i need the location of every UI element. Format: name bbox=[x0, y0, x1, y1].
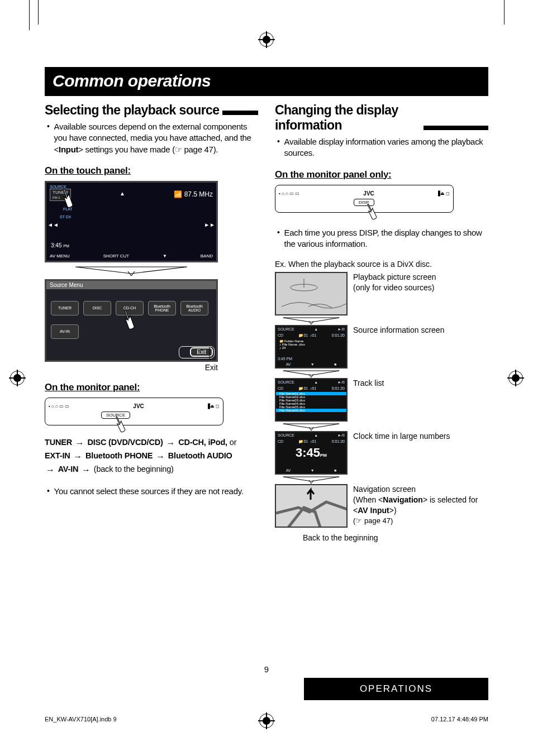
crop-tick bbox=[29, 0, 30, 30]
figure-source-menu: Source Menu TUNER DISC CD-CH Bluetooth P… bbox=[45, 279, 218, 362]
transition-arrows bbox=[45, 266, 218, 276]
transition-arrows bbox=[275, 423, 348, 430]
display-item-playback-picture: Playback picture screen (only for video … bbox=[275, 272, 488, 315]
figure-monitor-panel-source: • ⌂ ⌂ ▭ ▭ JVC ⏏ ◻ SOURCE bbox=[45, 398, 223, 425]
source-cycle: TUNER → DISC (DVD/VCD/CD) → CD-CH, iPod,… bbox=[45, 436, 258, 476]
section-heading-display: Changing the display information bbox=[275, 103, 488, 133]
example-note: Ex. When the playback source is a DivX d… bbox=[275, 260, 488, 269]
transition-arrows bbox=[275, 476, 348, 484]
figure-monitor-panel-disp: • ⌂ ⌂ ▭ ▭ JVC ⏏ ◻ DISP bbox=[275, 185, 454, 213]
bullet-display-varies: • Available display information varies a… bbox=[277, 136, 488, 159]
print-timestamp: 07.12.17 4:48:49 PM bbox=[431, 716, 488, 722]
bullet-cannot-select: • You cannot select these sources if the… bbox=[47, 486, 258, 497]
registration-mark-top bbox=[259, 32, 274, 47]
print-file: EN_KW-AVX710[A].indb 9 bbox=[45, 716, 117, 722]
thumb-navigation bbox=[275, 484, 348, 528]
thumb-playback bbox=[275, 272, 348, 315]
registration-mark-right bbox=[508, 371, 523, 385]
thumb-source-info: SOURCE▲►/II CD📁01 ♪010:01:20 📁 Folder Na… bbox=[275, 325, 348, 369]
display-item-navigation: Navigation screen (When <Navigation> is … bbox=[275, 484, 488, 528]
back-to-beginning: Back to the beginning bbox=[303, 533, 488, 542]
display-item-track-list: SOURCE▲►/II CD📁01 ♪010:01:20 File Name01… bbox=[275, 378, 488, 422]
heading-rule bbox=[222, 111, 258, 115]
transition-arrows bbox=[275, 370, 348, 377]
thumb-clock: SOURCE▲►/II CD📁01 ♪010:01:20 3:45PM AV▼■ bbox=[275, 431, 348, 475]
callout-line bbox=[193, 344, 215, 361]
bullet-disp-press: • Each time you press DISP, the display … bbox=[277, 227, 488, 250]
heading-text: Selecting the playback source bbox=[45, 103, 219, 118]
crop-tick bbox=[504, 0, 505, 25]
footer: 9 OPERATIONS bbox=[45, 678, 488, 700]
display-item-clock: SOURCE▲►/II CD📁01 ♪010:01:20 3:45PM AV▼■… bbox=[275, 431, 488, 475]
figure-touch-panel: SOURCE TUNER FM 1 ▲ 📶 87.5 MHz FLAT ST D… bbox=[45, 181, 218, 262]
transition-arrows bbox=[275, 317, 348, 324]
display-item-source-info: SOURCE▲►/II CD📁01 ♪010:01:20 📁 Folder Na… bbox=[275, 325, 488, 369]
page-title: Common operations bbox=[45, 67, 488, 96]
svg-rect-0 bbox=[276, 273, 348, 315]
subheading-monitor-only: On the monitor panel only: bbox=[275, 169, 488, 180]
heading-rule bbox=[423, 126, 488, 130]
subheading-touch: On the touch panel: bbox=[45, 165, 258, 176]
thumb-track-list: SOURCE▲►/II CD📁01 ♪010:01:20 File Name01… bbox=[275, 378, 348, 422]
print-meta: EN_KW-AVX710[A].indb 9 07.12.17 4:48:49 … bbox=[45, 716, 488, 722]
bullet-sources: • Available sources depend on the extern… bbox=[47, 121, 258, 155]
registration-mark-left bbox=[10, 371, 25, 385]
registration-mark-bottom bbox=[259, 714, 274, 728]
section-heading-playback: Selecting the playback source bbox=[45, 103, 258, 118]
subheading-monitor: On the monitor panel: bbox=[45, 382, 258, 393]
page-number: 9 bbox=[264, 664, 269, 674]
left-column: Selecting the playback source • Availabl… bbox=[45, 103, 258, 542]
right-column: Changing the display information • Avail… bbox=[275, 103, 488, 542]
crop-tick bbox=[38, 0, 39, 25]
exit-caption: Exit bbox=[45, 363, 218, 372]
section-tab: OPERATIONS bbox=[304, 678, 488, 700]
